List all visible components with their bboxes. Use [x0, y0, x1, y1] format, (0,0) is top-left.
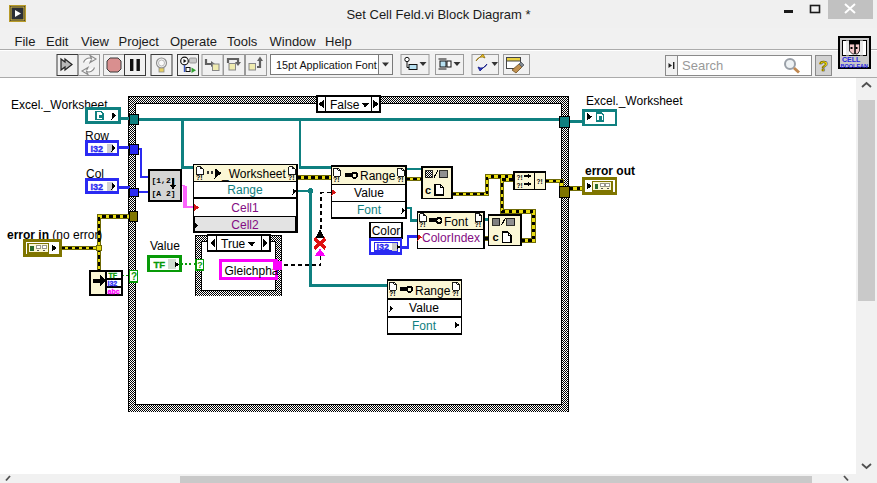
svg-text:Font: Font	[444, 215, 469, 229]
svg-text:?!: ?!	[517, 182, 523, 189]
svg-text:True: True	[221, 237, 246, 251]
svg-text:?!: ?!	[517, 174, 523, 181]
svg-text:Gleichpha: Gleichpha	[225, 264, 279, 278]
svg-text:Range: Range	[415, 284, 451, 298]
svg-text:Cell2: Cell2	[231, 218, 259, 232]
svg-text:I32: I32	[108, 280, 118, 287]
svg-text:Excel._Worksheet: Excel._Worksheet	[586, 94, 683, 108]
svg-text:Font: Font	[357, 203, 382, 217]
svg-text:error out: error out	[585, 164, 635, 178]
svg-text:abc: abc	[108, 288, 120, 295]
svg-text:I32: I32	[91, 144, 104, 154]
svg-text:TF: TF	[154, 259, 166, 270]
svg-text:False: False	[330, 98, 360, 112]
svg-text:Cell1: Cell1	[231, 201, 259, 215]
svg-text:?!: ?!	[537, 178, 543, 185]
svg-text:?: ?	[131, 271, 137, 282]
svg-text:[A 2]: [A 2]	[152, 189, 176, 198]
svg-text:Font: Font	[412, 319, 437, 333]
svg-text:Range: Range	[360, 169, 396, 183]
svg-text:_Worksheet: _Worksheet	[221, 167, 286, 181]
svg-text:Value: Value	[150, 239, 180, 253]
svg-text:ColorIndex: ColorIndex	[422, 231, 480, 245]
svg-text:?: ?	[197, 260, 203, 270]
svg-text:BOOLEAN: BOOLEAN	[841, 63, 869, 69]
svg-text:?: ?	[819, 57, 828, 74]
svg-text:[1,2]: [1,2]	[152, 176, 176, 185]
svg-text:Range: Range	[227, 183, 263, 197]
svg-text:I32: I32	[91, 182, 104, 192]
svg-text:I32: I32	[377, 242, 390, 252]
svg-text:Value: Value	[354, 186, 384, 200]
svg-text:Color: Color	[372, 224, 401, 238]
svg-text:TF: TF	[109, 272, 118, 279]
svg-text:Search: Search	[682, 58, 723, 73]
svg-text:CELL: CELL	[842, 56, 861, 63]
svg-text:Value: Value	[409, 301, 439, 315]
svg-text:15pt Application Font: 15pt Application Font	[276, 59, 377, 71]
